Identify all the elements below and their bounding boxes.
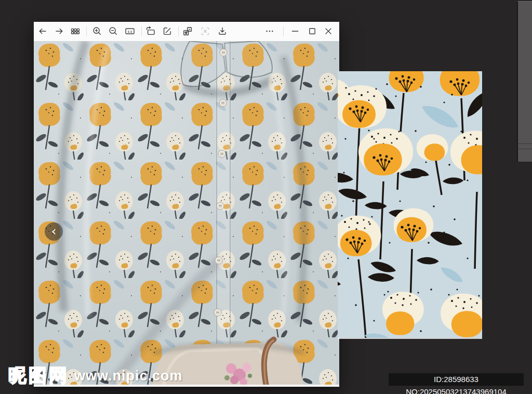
background-window-edge[interactable] <box>517 1 532 162</box>
toolbar-separator <box>86 27 87 36</box>
save-download-icon <box>217 26 228 36</box>
rotate-button[interactable] <box>143 24 158 38</box>
more-options-button[interactable] <box>262 24 277 38</box>
zoom-out-icon <box>108 26 118 36</box>
visual-search-button[interactable] <box>198 24 212 38</box>
minimize-icon <box>290 26 300 36</box>
grid-icon <box>70 26 81 36</box>
zoom-in-button[interactable] <box>90 24 104 38</box>
toolbar-separator <box>283 27 284 36</box>
ellipsis-icon <box>264 26 275 36</box>
toolbar-separator <box>178 27 179 36</box>
maximize-icon <box>307 26 317 36</box>
actual-size-button[interactable]: 1:1 <box>123 24 137 38</box>
save-as-button[interactable] <box>215 24 230 38</box>
pattern-image[interactable] <box>338 71 482 339</box>
thumbnails-button[interactable] <box>68 24 83 38</box>
actual-size-icon: 1:1 <box>125 26 135 36</box>
photo-viewer-window: 1:1 A <box>34 22 339 387</box>
image-id-badge: ID:28598633 NO:20250503213743969104 <box>389 373 524 386</box>
translate-letter: A <box>189 28 191 31</box>
translate-button[interactable]: A <box>180 24 195 38</box>
zoom-in-icon <box>92 26 102 36</box>
edit-button[interactable] <box>160 24 175 38</box>
maximize-button[interactable] <box>305 24 320 38</box>
pattern-image-art <box>338 71 482 338</box>
watermark-site-name: 昵图网 <box>8 366 69 384</box>
close-button[interactable] <box>321 24 336 38</box>
watermark-site-url: www.nipic.com <box>74 368 183 384</box>
minimize-button[interactable] <box>288 24 302 38</box>
toolbar: 1:1 A <box>34 22 339 41</box>
forward-button[interactable] <box>52 24 66 38</box>
back-button[interactable] <box>35 24 50 38</box>
forward-arrow-icon <box>54 26 64 36</box>
window-edge-divider <box>518 143 532 144</box>
shirt-photo[interactable]: ‹ <box>34 41 339 385</box>
shirt-photo-image <box>34 41 339 385</box>
toolbar-separator <box>141 27 142 36</box>
previous-image-button[interactable]: ‹ <box>45 222 63 241</box>
translate-icon: A <box>182 26 193 36</box>
edit-pencil-icon <box>162 26 172 36</box>
close-icon <box>323 26 334 36</box>
window-edge-divider <box>518 149 532 149</box>
visual-search-icon <box>200 26 210 36</box>
back-arrow-icon <box>37 26 48 36</box>
zoom-out-button[interactable] <box>106 24 121 38</box>
rotate-icon <box>145 26 156 36</box>
watermark: 昵图网 www.nipic.com <box>8 366 183 384</box>
actual-size-label: 1:1 <box>128 30 133 33</box>
desktop: 1:1 A <box>0 0 532 394</box>
